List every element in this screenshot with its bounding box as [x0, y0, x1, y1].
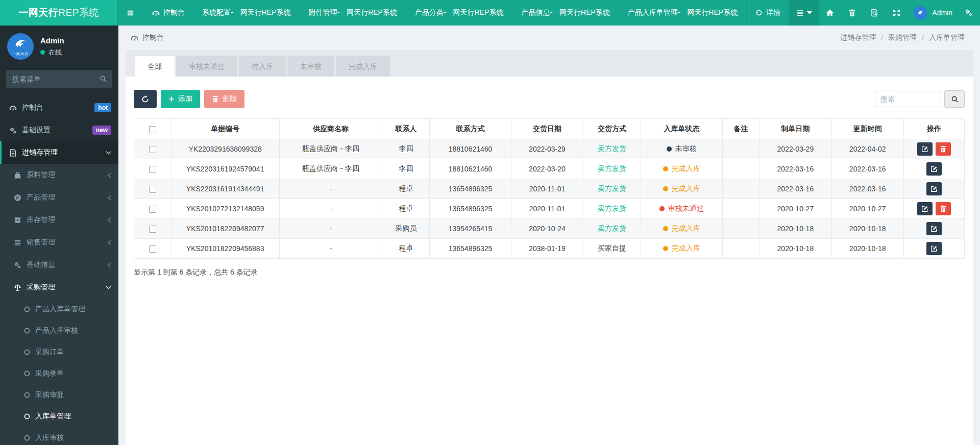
filter-tab[interactable]: 完成入库 — [336, 56, 390, 77]
table-search-button[interactable] — [944, 90, 965, 108]
breadcrumb-item[interactable]: 入库单管理 — [929, 33, 965, 42]
edit-row-button[interactable] — [917, 142, 933, 156]
sidebar-item[interactable]: 库存管理 — [0, 209, 118, 231]
circle-o-icon — [23, 370, 31, 377]
sidebar-item[interactable]: P产品管理 — [0, 186, 118, 209]
filter-tab[interactable]: 未审核 — [287, 56, 334, 77]
layout-toggle-button[interactable] — [789, 0, 819, 26]
add-button[interactable]: 添加 — [161, 90, 200, 108]
sidebar-item-label: 采购审批 — [35, 390, 64, 400]
topbar-console-tab[interactable]: 控制台 — [143, 0, 193, 26]
sidebar-item[interactable]: 基础信息 — [0, 254, 118, 276]
column-header: 操作 — [903, 119, 964, 139]
cell-updated: 2020-10-27 — [831, 199, 903, 219]
user-avatar[interactable] — [914, 6, 927, 20]
sidebar-item[interactable]: 采购管理 — [0, 276, 118, 299]
sidebar-item[interactable]: 采购审批 — [0, 384, 118, 406]
topbar-tab[interactable]: 产品信息-一网天行REP系统 — [512, 0, 618, 26]
row-checkbox[interactable] — [149, 206, 156, 213]
cell-status: 完成入库 — [641, 179, 722, 199]
cell-phone: 18810621460 — [430, 159, 511, 179]
search-icon[interactable] — [100, 75, 107, 82]
cell-delivery-date: 2020-11-01 — [511, 179, 583, 199]
sidebar-item[interactable]: 产品入库审核 — [0, 320, 118, 341]
fullscreen-icon[interactable] — [893, 9, 900, 17]
cell-supplier: - — [279, 239, 382, 259]
filter-tab[interactable]: 全部 — [135, 56, 175, 77]
row-checkbox[interactable] — [149, 226, 156, 233]
cell-delivery-date: 2020-11-01 — [511, 199, 583, 219]
filter-tab[interactable]: 审核未通过 — [176, 56, 237, 77]
cell-order-no: YKS2010182209456883 — [171, 239, 279, 259]
checkbox-cell — [134, 179, 172, 199]
sidebar-item[interactable]: 销售管理 — [0, 231, 118, 254]
edit-row-button[interactable] — [926, 182, 942, 195]
sidebar-item[interactable]: 进销存管理 — [0, 141, 118, 164]
topbar-tab[interactable]: 附件管理-一网天行REP系统 — [300, 0, 406, 26]
sidebar-item[interactable]: 基础设置new — [0, 119, 118, 141]
cell-contact: 李四 — [382, 159, 430, 179]
brand-bold: 一网天行 — [18, 6, 58, 19]
sidebar-item[interactable]: 控制台hot — [0, 96, 118, 119]
column-header: 入库单状态 — [641, 119, 722, 139]
cell-delivery-type: 卖方发货 — [583, 179, 641, 199]
document-search-icon[interactable] — [870, 9, 878, 17]
topbar-detail-tab[interactable]: 详情 — [746, 0, 789, 26]
edit-row-button[interactable] — [926, 222, 942, 235]
cell-delivery-date: 2020-10-24 — [511, 219, 583, 239]
topbar-tab[interactable]: 产品入库单管理-一网天行REP系统 — [619, 0, 746, 26]
row-checkbox[interactable] — [149, 245, 156, 253]
breadcrumb-home[interactable]: 控制台 — [131, 33, 164, 42]
sidebar-menu: 控制台hot基础设置new进销存管理原料管理P产品管理库存管理销售管理基础信息采… — [0, 96, 118, 445]
breadcrumb-item[interactable]: 采购管理 — [888, 33, 917, 42]
status-label: 完成入库 — [672, 224, 700, 233]
row-checkbox[interactable] — [149, 186, 156, 193]
chevron-down-icon — [106, 286, 111, 289]
delete-button[interactable]: 删除 — [204, 90, 244, 108]
filter-tab-bar: 全部审核未通过待入库未审核完成入库 — [126, 50, 973, 77]
cell-order-no: YK2203291638099328 — [171, 139, 279, 159]
edit-row-button[interactable] — [926, 242, 942, 255]
sidebar-item[interactable]: 入库审核 — [0, 427, 118, 445]
column-header: 单据编号 — [171, 119, 279, 139]
sidebar-item[interactable]: 采购录单 — [0, 363, 118, 384]
column-header: 备注 — [722, 119, 760, 139]
cell-supplier: - — [279, 219, 382, 239]
status-label: 审核未通过 — [668, 204, 704, 213]
sidebar-item[interactable]: 原料管理 — [0, 164, 118, 186]
trash-icon[interactable] — [848, 9, 856, 17]
row-checkbox[interactable] — [149, 166, 156, 173]
edit-row-button[interactable] — [917, 202, 933, 215]
dashboard-icon — [152, 9, 160, 17]
sidebar-collapse-toggle[interactable] — [117, 0, 143, 26]
topbar-username[interactable]: Admin — [932, 9, 952, 17]
topbar-tab[interactable]: 系统配置-一网天行REP系统 — [193, 0, 299, 26]
topbar-tab[interactable]: 产品分类-一网天行REP系统 — [406, 0, 512, 26]
home-icon[interactable] — [826, 9, 834, 17]
status-badge: 完成入库 — [663, 164, 700, 174]
filter-tab[interactable]: 待入库 — [239, 56, 286, 77]
gears-icon[interactable] — [965, 9, 973, 17]
cell-remark — [722, 139, 760, 159]
select-all-checkbox[interactable] — [149, 126, 156, 133]
sidebar-item-label: 产品入库审核 — [35, 326, 78, 335]
table-row: YKS2203161914344491-程卓136548963252020-11… — [134, 179, 965, 199]
edit-icon — [930, 185, 938, 192]
edit-row-button[interactable] — [926, 162, 942, 176]
sidebar-item[interactable]: 采购订单 — [0, 341, 118, 363]
table-search-input[interactable] — [875, 91, 940, 107]
breadcrumb-item[interactable]: 进销存管理 — [840, 33, 876, 42]
sidebar-search-input[interactable] — [6, 70, 112, 88]
sidebar-item[interactable]: 入库单管理 — [0, 406, 118, 427]
edit-icon — [921, 205, 928, 212]
row-checkbox[interactable] — [149, 146, 156, 153]
brand-mark-icon — [13, 36, 28, 52]
delete-row-button[interactable] — [936, 202, 951, 215]
refresh-button[interactable] — [134, 90, 157, 108]
cell-delivery-type: 买家自提 — [583, 239, 641, 259]
column-header: 交货方式 — [583, 119, 641, 139]
sidebar-item[interactable]: 产品入库单管理 — [0, 299, 118, 320]
delete-row-button[interactable] — [936, 142, 951, 156]
circle-o-icon — [755, 9, 763, 16]
topbar-detail-label: 详情 — [766, 8, 780, 17]
